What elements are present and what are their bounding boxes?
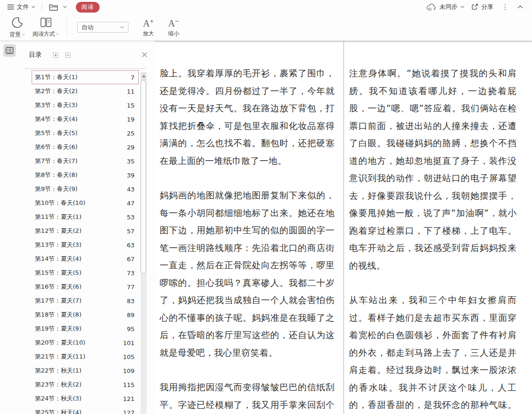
toc-item[interactable]: 第3节：春天(3) 15: [32, 98, 139, 112]
share-label: 分享: [481, 3, 493, 11]
toc-item[interactable]: 第17节：夏天(7) 83: [32, 294, 139, 308]
toc-item[interactable]: 第10节：春天(10) 47: [32, 196, 139, 210]
toc-item[interactable]: 第16节：夏天(6) 77: [32, 280, 139, 294]
titlebar-divider: [42, 3, 42, 11]
reading-mode-label: 阅读方式: [33, 30, 55, 38]
toc-item-label: 第23节：秋天(2): [35, 380, 81, 389]
chevron-up-icon: [517, 5, 523, 9]
reader-window: 文件 阅读 未同步 分享 ⋮: [0, 0, 532, 414]
book-paragraph: 妈妈画的地图就像把地图册复制下来似的，每一条小胡同都细细地标了出来。她还在地图下…: [160, 187, 335, 361]
toc-item[interactable]: 第2节：春天(2) 11: [32, 84, 139, 98]
toc-item[interactable]: 第8节：春天(8) 39: [32, 168, 139, 182]
toc-item[interactable]: 第25节：秋天(4) 127: [32, 406, 139, 414]
toc-item[interactable]: 第18节：夏天(8) 89: [32, 308, 139, 322]
toc-item-page: 67: [127, 256, 135, 263]
toc-item-page: 127: [123, 409, 135, 414]
recent-files-dropdown[interactable]: [61, 4, 69, 10]
reading-toolbar: 背景 阅读方式 自动 A+ 放大 A− 缩小: [0, 14, 532, 41]
zoom-in-button[interactable]: A+ 放大: [136, 14, 161, 41]
collapse-all-button[interactable]: [64, 52, 71, 58]
share-button[interactable]: 分享: [469, 1, 496, 13]
expand-all-button[interactable]: [52, 52, 59, 58]
toc-item[interactable]: 第13节：夏天(3) 63: [32, 238, 139, 252]
toc-item-label: 第4节：春天(4): [35, 115, 78, 123]
toc-item[interactable]: 第24节：秋天(3) 121: [32, 392, 139, 406]
toc-item-label: 第8节：春天(8): [35, 171, 78, 179]
book-page-left: 脸上。我穿着厚厚的毛开衫，裹紧了围巾，还是觉得冷。四月份都过了一半了，今年就没有…: [155, 41, 343, 414]
chevron-down-icon: [460, 6, 465, 8]
zoom-level-value: 自动: [81, 23, 94, 32]
toc-item[interactable]: 第11节：夏天(1) 53: [32, 210, 139, 224]
toc-item-page: 89: [127, 312, 135, 319]
toc-item-label: 第21节：夏天(11): [35, 353, 85, 361]
reading-mode-button[interactable]: 阅读方式: [30, 14, 62, 41]
toc-item-page: 19: [127, 116, 135, 123]
toc-scrollbar[interactable]: [141, 72, 147, 414]
read-mode-badge[interactable]: 阅读: [76, 2, 100, 13]
background-button[interactable]: 背景: [5, 14, 30, 41]
toc-item[interactable]: 第21节：夏天(11) 105: [32, 350, 139, 364]
scrollbar-up-arrow[interactable]: [141, 72, 147, 80]
toc-item-label: 第18节：夏天(8): [35, 311, 81, 319]
more-options-button[interactable]: ⋮: [498, 3, 513, 11]
sync-status-label: 未同步: [439, 3, 458, 11]
toc-item-page: 57: [127, 228, 135, 235]
chevron-down-icon: [31, 6, 35, 8]
toc-item[interactable]: 第19节：夏天(9) 95: [32, 322, 139, 336]
chevron-down-icon: [22, 34, 25, 36]
toc-item-page: 53: [127, 214, 135, 221]
open-file-button[interactable]: [47, 2, 61, 12]
toc-item[interactable]: 第12节：夏天(2) 57: [32, 224, 139, 238]
toc-header: 目录: [19, 41, 155, 68]
zoom-out-button[interactable]: A− 缩小: [161, 14, 186, 41]
chevron-down-icon: [63, 6, 67, 8]
chevron-down-icon: [120, 26, 124, 29]
toc-item-page: 39: [127, 172, 135, 179]
toc-icon: [6, 47, 13, 54]
book-page-right: 注意身体啊。”她说着摸了摸我的头和肩膀。我不知道该看哪儿好，一边挠着屁股，一边”…: [343, 41, 532, 414]
titlebar: 文件 阅读 未同步 分享 ⋮: [0, 0, 532, 14]
toc-item-label: 第20节：夏天(10): [35, 339, 85, 347]
toc-item-label: 第14节：夏天(4): [35, 255, 81, 263]
toc-item-page: 121: [123, 395, 135, 402]
font-increase-icon: A+: [143, 17, 154, 28]
toc-item-page: 95: [127, 326, 135, 333]
toc-toggle-button[interactable]: [3, 44, 16, 57]
page-right-text: 注意身体啊。”她说着摸了摸我的头和肩膀。我不知道该看哪儿好，一边挠着屁股，一边”…: [349, 65, 517, 414]
toc-item[interactable]: 第9节：春天(9) 43: [32, 182, 139, 196]
toc-item-label: 第19节：夏天(9): [35, 325, 81, 333]
toc-item[interactable]: 第5节：春天(5) 25: [32, 126, 139, 140]
toc-item[interactable]: 第1节：春天(1) 7: [32, 70, 139, 84]
toc-item-label: 第12节：夏天(2): [35, 227, 81, 235]
toc-item-label: 第5节：春天(5): [35, 129, 78, 137]
toc-item-label: 第11节：夏天(1): [35, 213, 81, 221]
page-left-text: 脸上。我穿着厚厚的毛开衫，裹紧了围巾，还是觉得冷。四月份都过了一半了，今年就没有…: [160, 65, 335, 414]
close-icon: [141, 52, 148, 58]
sync-status-button[interactable]: 未同步: [424, 1, 467, 13]
toc-item[interactable]: 第6节：春天(6) 29: [32, 140, 139, 154]
toc-item[interactable]: 第20节：夏天(10) 101: [32, 336, 139, 350]
toc-item[interactable]: 第22节：秋天(1) 109: [32, 364, 139, 378]
main-area: 目录 第1节：春天(1) 7 第2节：春天(2) 11 第3节：春天(3) 15…: [0, 41, 532, 414]
toc-item[interactable]: 第15节：夏天(5) 73: [32, 266, 139, 280]
scrollbar-thumb[interactable]: [141, 80, 146, 274]
main-menu-button[interactable]: 文件: [5, 1, 38, 13]
toc-list: 第1节：春天(1) 7 第2节：春天(2) 11 第3节：春天(3) 15 第4…: [19, 70, 155, 414]
ribbon-divider: [67, 19, 67, 36]
book-paragraph: 从车站出来，我和三个中年妇女擦肩而过。看样子她们是去超市买东西，里面穿着宽松的白…: [349, 292, 517, 414]
toc-item-page: 83: [127, 298, 135, 305]
zoom-level-select[interactable]: 自动: [77, 22, 128, 33]
toc-item[interactable]: 第23节：秋天(2) 115: [32, 378, 139, 392]
collapse-toolbar-button[interactable]: [515, 4, 525, 10]
toc-item[interactable]: 第4节：春天(4) 19: [32, 112, 139, 126]
close-toc-button[interactable]: [141, 52, 148, 58]
toc-item-page: 11: [127, 88, 135, 95]
cloud-offline-icon: [426, 3, 437, 11]
toc-item[interactable]: 第14节：夏天(4) 67: [32, 252, 139, 266]
book-paragraph: 脸上。我穿着厚厚的毛开衫，裹紧了围巾，还是觉得冷。四月份都过了一半了，今年就没有…: [160, 65, 335, 170]
toc-title: 目录: [29, 51, 42, 59]
share-icon: [471, 3, 478, 11]
toc-item-page: 109: [123, 367, 135, 374]
toc-item[interactable]: 第7节：春天(7) 35: [32, 154, 139, 168]
book-paragraph: 注意身体啊。”她说着摸了摸我的头和肩膀。我不知道该看哪儿好，一边挠着屁股，一边”…: [349, 65, 517, 274]
